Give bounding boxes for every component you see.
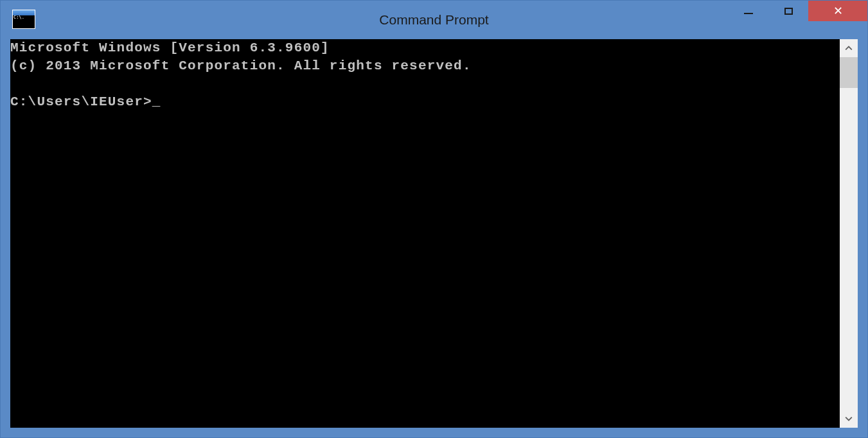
console-line-version: Microsoft Windows [Version 6.3.9600] (10, 40, 330, 55)
chevron-up-icon (845, 44, 853, 52)
scroll-track[interactable] (840, 57, 858, 410)
console-output[interactable]: Microsoft Windows [Version 6.3.9600] (c)… (10, 39, 840, 428)
maximize-icon (784, 8, 793, 15)
vertical-scrollbar[interactable] (840, 39, 858, 428)
minimize-button[interactable] (729, 1, 768, 21)
cmd-app-icon-text: C:\. (13, 15, 35, 28)
cursor: _ (152, 94, 161, 109)
command-prompt-window: C:\. Command Prompt ✕ Microsoft Windows … (0, 0, 868, 438)
chevron-down-icon (845, 415, 853, 423)
maximize-button[interactable] (768, 1, 808, 21)
scroll-down-button[interactable] (840, 410, 858, 428)
console-line-copyright: (c) 2013 Microsoft Corporation. All righ… (10, 58, 472, 73)
client-area: Microsoft Windows [Version 6.3.9600] (c)… (10, 39, 858, 428)
cmd-app-icon[interactable]: C:\. (12, 10, 35, 29)
window-controls: ✕ (729, 1, 867, 21)
console-prompt[interactable]: C:\Users\IEUser> (10, 94, 152, 109)
scroll-thumb[interactable] (840, 57, 858, 88)
titlebar[interactable]: C:\. Command Prompt ✕ (1, 1, 867, 39)
scroll-up-button[interactable] (840, 39, 858, 57)
close-button[interactable]: ✕ (808, 1, 867, 21)
minimize-icon (744, 13, 753, 14)
window-title: Command Prompt (379, 12, 488, 28)
